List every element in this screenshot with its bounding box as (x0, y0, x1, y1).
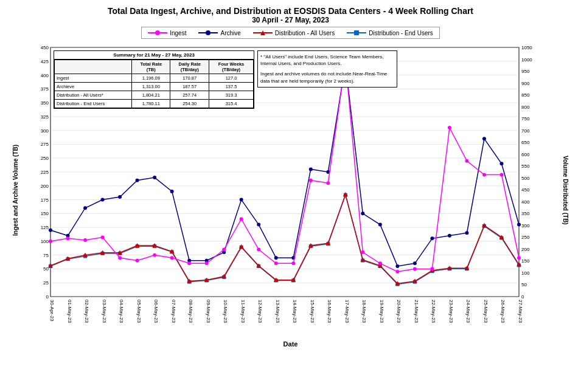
svg-point-178 (482, 137, 486, 140)
chart-main: 0255075100125150175200225250275300325350… (23, 41, 558, 339)
svg-point-185 (118, 256, 122, 260)
svg-text:1000: 1000 (521, 57, 532, 63)
svg-point-177 (465, 231, 468, 235)
svg-text:275: 275 (41, 142, 49, 147)
main-title: Total Data Ingest, Archive, and Distribu… (12, 6, 569, 16)
svg-text:50: 50 (43, 266, 49, 272)
svg-text:16-May-23: 16-May-23 (327, 300, 332, 323)
svg-text:19-May-23: 19-May-23 (379, 300, 384, 323)
svg-point-194 (274, 261, 278, 265)
svg-text:425: 425 (41, 59, 49, 64)
svg-text:800: 800 (521, 105, 530, 110)
svg-point-199 (361, 250, 364, 254)
svg-text:100: 100 (521, 270, 530, 276)
svg-text:150: 150 (521, 258, 530, 264)
svg-text:09-May-23: 09-May-23 (206, 300, 211, 323)
svg-text:300: 300 (41, 128, 49, 134)
svg-text:400: 400 (41, 73, 49, 78)
svg-text:250: 250 (521, 235, 530, 240)
svg-text:50: 50 (521, 282, 527, 287)
svg-text:02-May-23: 02-May-23 (84, 300, 89, 323)
y-axis-right-label: Volume Distributed (TB) (558, 41, 569, 339)
svg-text:1050: 1050 (521, 45, 532, 50)
svg-point-174 (413, 261, 417, 265)
svg-text:250: 250 (41, 156, 49, 161)
svg-point-181 (49, 239, 52, 243)
svg-point-205 (465, 159, 468, 163)
svg-text:14-May-23: 14-May-23 (292, 300, 297, 323)
svg-text:400: 400 (521, 199, 530, 205)
svg-point-200 (378, 261, 382, 265)
svg-text:75: 75 (43, 253, 49, 258)
svg-point-175 (430, 236, 434, 240)
svg-point-193 (257, 248, 260, 252)
x-axis-label: Date (12, 340, 569, 348)
svg-point-164 (240, 198, 243, 202)
svg-point-196 (309, 179, 313, 182)
svg-text:21-May-23: 21-May-23 (414, 300, 419, 323)
svg-text:06-May-23: 06-May-23 (153, 300, 159, 323)
svg-text:325: 325 (41, 114, 49, 120)
svg-point-202 (413, 267, 417, 270)
svg-point-203 (430, 267, 434, 270)
svg-text:22-May-23: 22-May-23 (431, 300, 436, 323)
svg-text:23-May-23: 23-May-23 (448, 300, 454, 323)
svg-point-188 (170, 256, 174, 260)
svg-text:20-May-23: 20-May-23 (396, 300, 402, 323)
svg-text:07-May-23: 07-May-23 (171, 300, 176, 323)
svg-text:0: 0 (46, 294, 49, 300)
svg-text:600: 600 (521, 152, 530, 157)
svg-point-182 (66, 236, 70, 240)
svg-point-155 (83, 206, 87, 210)
y-axis-left-label: Ingest and Archive Volume (TB) (12, 41, 23, 339)
svg-text:11-May-23: 11-May-23 (240, 300, 246, 323)
svg-text:450: 450 (41, 45, 49, 50)
svg-point-191 (222, 248, 226, 252)
svg-point-187 (153, 253, 156, 257)
svg-text:04-May-23: 04-May-23 (119, 300, 124, 323)
svg-text:100: 100 (41, 239, 49, 244)
svg-text:550: 550 (521, 163, 530, 169)
svg-point-157 (118, 195, 122, 199)
svg-point-206 (482, 173, 486, 177)
svg-point-173 (395, 264, 399, 268)
svg-point-197 (326, 181, 330, 185)
svg-text:950: 950 (521, 69, 530, 74)
svg-point-156 (101, 198, 105, 202)
title-area: Total Data Ingest, Archive, and Distribu… (12, 6, 569, 24)
svg-point-180 (517, 223, 521, 227)
svg-point-1 (155, 30, 160, 35)
svg-text:375: 375 (41, 86, 49, 92)
svg-point-166 (274, 256, 278, 260)
legend-ingest: Ingest (148, 29, 186, 36)
svg-point-204 (448, 126, 451, 129)
svg-point-190 (205, 261, 209, 265)
svg-text:175: 175 (41, 198, 49, 203)
svg-text:17-May-23: 17-May-23 (344, 300, 350, 323)
legend-dist-all: Distribution - All Users (253, 29, 335, 36)
svg-point-168 (309, 167, 313, 171)
svg-text:30-Apr-23: 30-Apr-23 (49, 300, 55, 322)
svg-point-195 (291, 261, 295, 265)
chart-svg: 0255075100125150175200225250275300325350… (23, 41, 546, 339)
svg-point-3 (206, 30, 210, 35)
sub-title: 30 April - 27 May, 2023 (12, 16, 569, 24)
chart-container: Total Data Ingest, Archive, and Distribu… (0, 0, 581, 392)
svg-point-186 (136, 259, 139, 263)
svg-text:08-May-23: 08-May-23 (188, 300, 193, 323)
svg-point-153 (49, 229, 52, 232)
svg-point-201 (395, 270, 399, 273)
legend-archive: Archive (198, 29, 240, 36)
svg-point-183 (83, 238, 87, 242)
svg-text:26-May-23: 26-May-23 (500, 300, 506, 323)
svg-text:200: 200 (521, 247, 530, 252)
svg-point-207 (499, 173, 503, 177)
svg-point-208 (517, 256, 521, 260)
svg-point-184 (101, 236, 105, 239)
legend-dist-end: Distribution - End Users (347, 29, 433, 36)
svg-text:700: 700 (521, 128, 530, 134)
svg-point-160 (170, 190, 174, 193)
svg-text:01-May-23: 01-May-23 (67, 300, 72, 323)
svg-text:25-May-23: 25-May-23 (483, 300, 489, 323)
svg-text:24-May-23: 24-May-23 (465, 300, 471, 323)
